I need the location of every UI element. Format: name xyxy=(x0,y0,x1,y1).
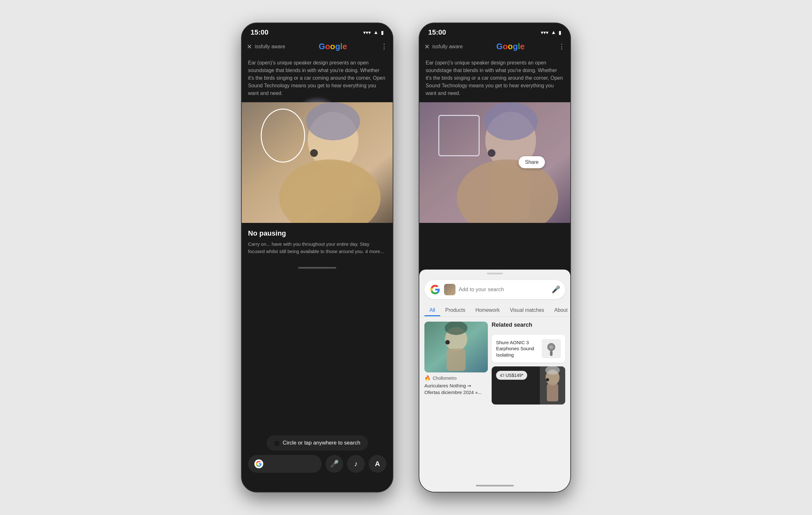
google-g-icon-left xyxy=(254,459,263,468)
mic-button-left[interactable]: 🎤 xyxy=(325,455,343,473)
tab-homework[interactable]: Homework xyxy=(470,304,505,316)
content-area-right: Share xyxy=(419,102,570,492)
price-card-svg xyxy=(540,367,565,405)
signal-icon: ▲ xyxy=(373,29,378,35)
main-image-left xyxy=(242,102,393,223)
price-value: US$149* xyxy=(505,373,523,378)
wifi-icon: ▾▾▾ xyxy=(363,29,371,35)
shure-card[interactable]: Shure AONIC 3 Earphones Sound Isolating xyxy=(492,335,565,362)
sheet-handle-bar xyxy=(487,273,503,274)
google-logo-left: Google xyxy=(319,42,347,51)
browser-left-left: ✕ issfully aware xyxy=(247,43,285,51)
search-thumbnail xyxy=(444,284,456,295)
svg-point-5 xyxy=(310,149,318,157)
home-bar-left xyxy=(298,267,336,269)
sheet-results: 🔥 Chollometro Auriculares Nothing ⇒ Ofer… xyxy=(419,317,570,410)
sheet-handle xyxy=(419,270,570,277)
price-card-image xyxy=(540,367,565,405)
svg-point-12 xyxy=(488,149,495,157)
price-card[interactable]: 🏷 US$149* xyxy=(492,367,565,405)
signal-icon-right: ▲ xyxy=(551,29,556,35)
close-icon-right[interactable]: ✕ xyxy=(425,43,430,51)
more-options-icon-right[interactable]: ⋮ xyxy=(558,43,565,51)
close-icon[interactable]: ✕ xyxy=(247,43,252,51)
google-logo-right: Google xyxy=(496,42,525,51)
tab-about[interactable]: About xyxy=(549,304,570,316)
status-bar-left: 15:00 ▾▾▾ ▲ ▮ xyxy=(242,23,393,39)
svg-rect-15 xyxy=(446,349,466,371)
svg-rect-9 xyxy=(492,163,530,220)
home-indicator-right xyxy=(419,479,570,492)
circle-to-search-tooltip: ◎ Circle or tap anywhere to search xyxy=(266,435,368,451)
shure-title: Shure AONIC 3 Earphones Sound Isolating xyxy=(496,340,539,358)
google-g-sheet-icon xyxy=(430,284,441,295)
mic-sheet-icon[interactable]: 🎤 xyxy=(552,286,560,294)
related-search-row: 🔥 Chollometro Auriculares Nothing ⇒ Ofer… xyxy=(425,322,565,405)
status-icons-left: ▾▾▾ ▲ ▮ xyxy=(363,29,384,35)
browser-bar-left: ✕ issfully aware Google ⋮ xyxy=(242,39,393,54)
status-time-left: 15:00 xyxy=(251,28,268,36)
svg-point-4 xyxy=(306,102,360,140)
sheet-tabs: All Products Homework Visual matches Abo… xyxy=(419,303,570,317)
shure-image xyxy=(542,339,561,358)
status-bar-right: 15:00 ▾▾▾ ▲ ▮ xyxy=(419,23,570,39)
circle-search-icon: ◎ xyxy=(274,439,280,447)
sheet-search-text[interactable]: Add to your search xyxy=(459,287,548,293)
svg-point-18 xyxy=(446,341,449,344)
svg-point-16 xyxy=(445,322,467,335)
sheet-search-bar[interactable]: Add to your search 🎤 xyxy=(425,280,565,299)
tab-all[interactable]: All xyxy=(425,304,440,316)
browser-bar-right: ✕ issfully aware Google ⋮ xyxy=(419,39,570,54)
browser-url-right: issfully aware xyxy=(432,44,463,50)
main-image-right: Share xyxy=(419,102,570,223)
google-g-svg-sheet xyxy=(430,285,440,294)
search-pill-left[interactable] xyxy=(248,455,322,473)
google-g-svg-left xyxy=(256,461,262,467)
svg-point-10 xyxy=(457,159,558,223)
browser-left-right: ✕ issfully aware xyxy=(425,43,463,51)
result-image-svg xyxy=(425,322,488,373)
svg-rect-6 xyxy=(419,102,570,223)
svg-rect-22 xyxy=(550,351,553,356)
article-text-right: Ear (open)'s unique speaker design prese… xyxy=(419,54,570,102)
bottom-sheet: Add to your search 🎤 All Products Homewo… xyxy=(419,270,570,492)
svg-rect-7 xyxy=(419,102,570,223)
tab-visual-matches[interactable]: Visual matches xyxy=(505,304,549,316)
translate-button-left[interactable]: A xyxy=(369,455,386,473)
fire-icon: 🔥 xyxy=(425,375,431,381)
home-bar-right xyxy=(476,485,514,486)
svg-point-11 xyxy=(484,102,538,140)
result-title: Auriculares Nothing ⇒ Ofertas diciembre … xyxy=(425,382,488,396)
circle-to-search-text: Circle or tap anywhere to search xyxy=(283,440,360,446)
more-options-icon[interactable]: ⋮ xyxy=(381,43,387,51)
woman-image-svg-right xyxy=(419,102,570,223)
result-image[interactable] xyxy=(425,322,488,373)
related-search-header: Related search xyxy=(492,322,565,328)
rect-selection-overlay-right xyxy=(438,115,480,156)
status-icons-right: ▾▾▾ ▲ ▮ xyxy=(541,29,561,35)
home-indicator-left xyxy=(242,261,393,274)
bottom-search-left: 🎤 ♪ A xyxy=(248,455,386,473)
shure-earphone-svg xyxy=(542,339,561,358)
svg-point-21 xyxy=(549,345,553,349)
music-button-left[interactable]: ♪ xyxy=(347,455,365,473)
status-time-right: 15:00 xyxy=(428,28,446,36)
result-card-right: Related search Shure AONIC 3 Earphones S… xyxy=(492,322,565,405)
price-badge: 🏷 US$149* xyxy=(496,371,527,380)
svg-point-27 xyxy=(546,378,549,381)
article-text-left: Ear (open)'s unique speaker design prese… xyxy=(242,54,393,102)
tab-products[interactable]: Products xyxy=(440,304,470,316)
browser-url-left: issfully aware xyxy=(255,44,285,50)
wifi-icon-right: ▾▾▾ xyxy=(541,29,548,35)
tag-icon: 🏷 xyxy=(500,373,504,378)
main-image-container-left xyxy=(242,102,393,223)
woman-image-svg-left xyxy=(242,102,393,223)
shure-text: Shure AONIC 3 Earphones Sound Isolating xyxy=(496,340,539,358)
share-button[interactable]: Share xyxy=(519,156,545,168)
battery-icon: ▮ xyxy=(381,29,384,35)
result-card-left: 🔥 Chollometro Auriculares Nothing ⇒ Ofer… xyxy=(425,322,488,405)
right-phone: 15:00 ▾▾▾ ▲ ▮ ✕ issfully aware Google ⋮ … xyxy=(419,23,571,492)
result-source: 🔥 Chollometro xyxy=(425,375,488,381)
bottom-content-left: No pausing Carry on... have with you thr… xyxy=(242,223,393,261)
section-body-left: Carry on... have with you throughout you… xyxy=(248,241,386,255)
